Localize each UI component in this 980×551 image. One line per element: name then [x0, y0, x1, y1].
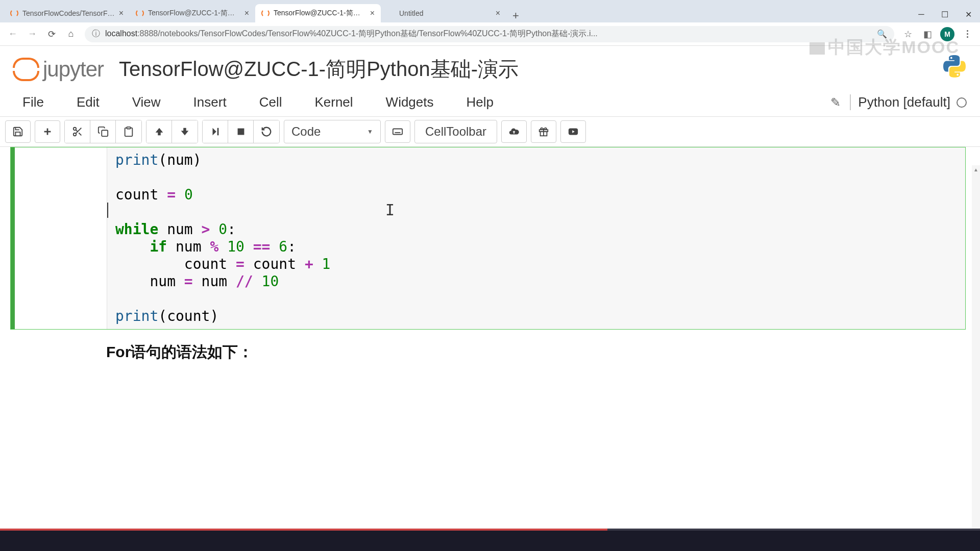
- kernel-name: Python [default]: [858, 94, 950, 110]
- cloud-upload-button[interactable]: [501, 120, 527, 143]
- cell-type-select[interactable]: Code: [284, 120, 381, 143]
- cell-selection-bar: [11, 147, 15, 329]
- tab-title: Untitled: [399, 9, 493, 17]
- python-logo-icon: [943, 55, 966, 78]
- browser-menu-button[interactable]: [959, 26, 976, 43]
- command-palette-button[interactable]: [385, 120, 410, 143]
- cut-button[interactable]: [65, 120, 90, 143]
- jupyter-logo[interactable]: jupyter: [12, 57, 104, 82]
- forward-button[interactable]: →: [23, 26, 41, 43]
- home-button[interactable]: ⌂: [62, 26, 80, 43]
- code-line: print(num): [115, 152, 957, 169]
- menu-file[interactable]: File: [13, 91, 53, 113]
- toolbar: Code CellToolbar: [0, 117, 980, 147]
- code-line: [115, 290, 957, 308]
- code-editor[interactable]: I print(num) count = 0 while num > 0: if…: [107, 147, 965, 329]
- run-button[interactable]: [203, 120, 228, 143]
- menu-edit[interactable]: Edit: [67, 91, 109, 113]
- url-bar[interactable]: ⓘ localhost:8888/notebooks/TensorFlowCod…: [85, 26, 894, 42]
- code-line: while num > 0:: [115, 221, 957, 238]
- address-bar: ← → ⟳ ⌂ ⓘ localhost:8888/notebooks/Tenso…: [0, 22, 980, 46]
- svg-point-2: [73, 128, 76, 131]
- edit-group: [64, 120, 142, 143]
- code-line: [115, 169, 957, 186]
- run-group: [202, 120, 280, 143]
- svg-rect-7: [102, 130, 108, 136]
- profile-avatar[interactable]: M: [940, 27, 954, 41]
- scroll-up-icon[interactable]: ▲: [972, 165, 980, 173]
- menu-kernel[interactable]: Kernel: [305, 91, 362, 113]
- menu-help[interactable]: Help: [457, 91, 503, 113]
- interrupt-button[interactable]: [228, 120, 254, 143]
- menu-cell[interactable]: Cell: [250, 91, 291, 113]
- tab-title: TensorFlow@ZUCC-1-简明Pytl: [148, 9, 241, 18]
- code-line: num = num // 10: [115, 273, 957, 290]
- reload-button[interactable]: ⟳: [43, 26, 60, 43]
- browser-tabstrip: TensorFlowCodes/TensorFlow × TensorFlow@…: [0, 0, 980, 22]
- jupyter-favicon-icon: [10, 9, 18, 17]
- celltoolbar-button[interactable]: CellToolbar: [414, 120, 497, 143]
- browser-tab-0[interactable]: TensorFlowCodes/TensorFlow ×: [4, 4, 130, 22]
- back-button[interactable]: ←: [4, 26, 21, 43]
- move-up-button[interactable]: [146, 120, 172, 143]
- jupyter-header: 中国大学MOOC jupyter TensorFlow@ZUCC-1-简明Pyt…: [0, 46, 980, 88]
- svg-line-6: [76, 130, 78, 132]
- notebook-container: I print(num) count = 0 while num > 0: if…: [0, 147, 980, 375]
- tab-title: TensorFlowCodes/TensorFlow: [22, 9, 116, 17]
- insert-cell-button[interactable]: [35, 120, 60, 143]
- menu-bar: File Edit View Insert Cell Kernel Widget…: [0, 88, 980, 117]
- jupyter-logo-text: jupyter: [43, 57, 104, 82]
- code-line: if num % 10 == 6:: [115, 238, 957, 256]
- tab-title: TensorFlow@ZUCC-1-简明Pytl: [274, 9, 367, 18]
- jupyter-favicon-icon: [261, 9, 270, 17]
- info-icon[interactable]: ⓘ: [92, 29, 100, 39]
- prompt-area: [15, 147, 107, 329]
- paste-button[interactable]: [116, 120, 141, 143]
- markdown-heading: For语句的语法如下：: [106, 343, 253, 360]
- jupyter-favicon-icon: [387, 9, 395, 17]
- minimize-button[interactable]: ─: [910, 6, 933, 22]
- jupyter-favicon-icon: [136, 9, 144, 17]
- code-line: count = count + 1: [115, 256, 957, 273]
- svg-rect-10: [393, 129, 402, 135]
- move-group: [146, 120, 198, 143]
- maximize-button[interactable]: ☐: [933, 6, 957, 22]
- menu-widgets[interactable]: Widgets: [377, 91, 443, 113]
- close-window-button[interactable]: ✕: [957, 6, 980, 22]
- copy-button[interactable]: [90, 120, 116, 143]
- search-icon[interactable]: 🔍: [877, 29, 887, 39]
- menu-insert[interactable]: Insert: [184, 91, 236, 113]
- save-button[interactable]: [5, 120, 31, 143]
- close-tab-icon[interactable]: ×: [119, 9, 124, 18]
- url-text: localhost:8888/notebooks/TensorFlowCodes…: [105, 29, 873, 39]
- menu-view[interactable]: View: [123, 91, 170, 113]
- browser-tab-1[interactable]: TensorFlow@ZUCC-1-简明Pytl ×: [130, 4, 255, 22]
- gift-button[interactable]: [531, 120, 556, 143]
- notebook-title[interactable]: TensorFlow@ZUCC-1-简明Python基础-演示: [119, 55, 519, 83]
- code-line: count = 0: [115, 186, 957, 204]
- extension-icon[interactable]: ◧: [919, 26, 936, 43]
- text-cursor-icon: [107, 203, 108, 218]
- code-line: print(count): [115, 308, 957, 325]
- restart-button[interactable]: [254, 120, 279, 143]
- vertical-scrollbar[interactable]: ▲: [972, 165, 980, 375]
- close-tab-icon[interactable]: ×: [244, 9, 249, 18]
- kernel-indicator[interactable]: Python [default]: [850, 94, 967, 110]
- svg-line-5: [79, 133, 81, 135]
- browser-tab-2[interactable]: TensorFlow@ZUCC-1-简明Pytl ×: [255, 4, 381, 22]
- code-line: [115, 204, 957, 221]
- markdown-cell[interactable]: For语句的语法如下：: [4, 330, 972, 375]
- new-tab-button[interactable]: +: [506, 9, 525, 22]
- move-down-button[interactable]: [172, 120, 198, 143]
- close-tab-icon[interactable]: ×: [496, 9, 500, 18]
- jupyter-logo-icon: [12, 57, 38, 82]
- youtube-button[interactable]: [560, 120, 586, 143]
- tabs-container: TensorFlowCodes/TensorFlow × TensorFlow@…: [0, 3, 910, 22]
- edit-pencil-icon[interactable]: ✎: [830, 95, 841, 110]
- svg-rect-9: [237, 129, 244, 135]
- browser-tab-3[interactable]: Untitled ×: [381, 4, 506, 22]
- star-bookmark-icon[interactable]: ☆: [899, 26, 917, 43]
- code-cell[interactable]: I print(num) count = 0 while num > 0: if…: [10, 147, 966, 330]
- kernel-status-icon: [957, 97, 967, 108]
- close-tab-icon[interactable]: ×: [370, 9, 375, 18]
